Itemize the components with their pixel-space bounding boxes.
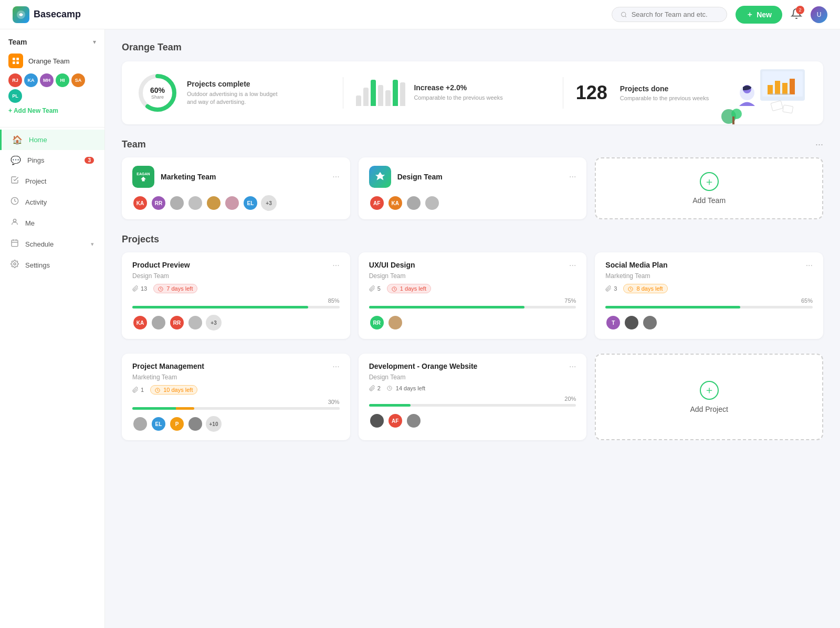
add-project-icon: ＋: [700, 381, 719, 400]
chevron-down-icon[interactable]: ▾: [93, 38, 96, 46]
team-card-design: Design Team ··· AF KA: [359, 157, 587, 219]
member-avatar: T: [605, 315, 621, 331]
project-more-dots-uxui[interactable]: ···: [569, 261, 576, 270]
clock-icon: [392, 286, 397, 292]
teams-more-dots[interactable]: ···: [815, 139, 823, 150]
svg-rect-5: [13, 61, 15, 64]
sidebar-item-settings[interactable]: Settings: [0, 254, 104, 275]
member-avatar: AF: [369, 195, 385, 211]
sidebar-team-orange[interactable]: Orange Team: [8, 50, 96, 71]
projects-title: Projects: [122, 234, 159, 245]
bar-2: [363, 88, 369, 106]
project-card-social: Social Media Plan ··· Marketing Team 3 8…: [595, 252, 823, 339]
member-avatar: [406, 195, 422, 211]
project-more-dots[interactable]: ···: [332, 261, 339, 270]
member-avatar: EL: [151, 416, 166, 432]
bar-5: [385, 90, 391, 106]
member-avatar: [369, 413, 385, 429]
sidebar-team-name: Orange Team: [28, 57, 70, 65]
projects-section-header: Projects: [122, 234, 823, 245]
sidebar-item-schedule[interactable]: Schedule ▾: [0, 233, 104, 254]
team-color-square: [8, 54, 23, 68]
team-section: Team ▾ Orange Team RJ KA MH HI SA PL + A…: [0, 38, 104, 125]
search-input[interactable]: [632, 10, 719, 18]
team-card-info-design: Design Team: [369, 166, 443, 188]
add-team-card[interactable]: ＋ Add Team: [595, 157, 823, 219]
member-avatar: RR: [169, 315, 185, 331]
me-icon: [10, 218, 19, 228]
chevron-down-icon: ▾: [91, 241, 94, 248]
team-avatar: SA: [71, 73, 85, 87]
project-more-dots-dev[interactable]: ···: [569, 362, 576, 371]
team-avatars: RJ KA MH HI SA PL: [8, 71, 96, 105]
home-icon: 🏠: [12, 135, 23, 145]
logo-area: Basecamp: [13, 6, 81, 23]
stat-block-donut: 60% Share Projects complete Outdoor adve…: [136, 72, 330, 114]
design-logo-icon: [374, 171, 386, 183]
mini-bar-chart: [356, 80, 405, 106]
project-members-uxui: RR: [369, 315, 576, 331]
project-card-uxui: UX/UI Design ··· Design Team 5 1 days le…: [359, 252, 587, 339]
topnav: Basecamp ＋ New 2 U: [0, 0, 840, 29]
sidebar-item-me[interactable]: Me: [0, 212, 104, 233]
svg-point-1: [622, 12, 626, 16]
add-project-card[interactable]: ＋ Add Project: [595, 354, 823, 440]
member-avatar: KA: [387, 195, 403, 211]
project-card-header-dev: Development - Orange Website ···: [369, 362, 576, 371]
sidebar-item-activity[interactable]: Activity: [0, 191, 104, 212]
member-avatar: [642, 315, 658, 331]
donut-center: 60% Share: [150, 86, 165, 100]
sidebar-item-home[interactable]: 🏠 Home: [0, 130, 104, 150]
stat-text-increase: Increase +2.0% Comparable to the previou…: [414, 83, 502, 102]
sidebar-item-project[interactable]: Project: [0, 171, 104, 191]
attachment-count-uxui: 5: [369, 285, 381, 292]
svg-point-8: [13, 219, 16, 222]
member-avatar: [624, 315, 639, 331]
attachment-icon: [132, 387, 139, 393]
project-card-header-social: Social Media Plan ···: [605, 261, 813, 270]
deadline-badge-uxui: 1 days left: [387, 284, 431, 293]
stat-big-text: Projects done Comparable to the previous…: [620, 84, 709, 101]
project-more-dots-social[interactable]: ···: [806, 261, 813, 270]
project-more-dots-mgmt[interactable]: ···: [332, 362, 339, 371]
clock-icon: [628, 286, 633, 292]
team-avatar: HI: [56, 73, 69, 87]
stat-divider: [343, 77, 343, 109]
attachment-count-social: 3: [605, 285, 617, 292]
project-members-dev: AF: [369, 413, 576, 429]
svg-rect-4: [16, 58, 19, 60]
user-avatar[interactable]: U: [811, 6, 827, 23]
app-name: Basecamp: [34, 9, 81, 20]
logo-tree-icon: [139, 176, 148, 182]
pings-icon: 💬: [10, 155, 21, 165]
project-card-product-preview: Product Preview ··· Design Team 13 7 day…: [122, 252, 350, 339]
svg-rect-6: [16, 61, 19, 64]
orange-team-title: Orange Team: [122, 42, 823, 53]
attachment-count-dev: 2: [369, 385, 381, 391]
pings-badge: 3: [85, 157, 94, 164]
notification-icon[interactable]: 2: [791, 8, 802, 22]
member-avatar: [187, 195, 203, 211]
svg-point-25: [721, 109, 736, 124]
add-team-link[interactable]: + Add New Team: [8, 105, 96, 121]
search-bar[interactable]: [612, 7, 727, 22]
team-more-dots-design[interactable]: ···: [569, 172, 576, 182]
team-more-dots[interactable]: ···: [332, 172, 339, 182]
projects-row-1: Product Preview ··· Design Team 13 7 day…: [122, 252, 823, 339]
add-team-icon: ＋: [700, 172, 719, 191]
sidebar-item-pings[interactable]: 💬 Pings 3: [0, 150, 104, 171]
svg-rect-9: [12, 240, 18, 247]
team-card-header-design: Design Team ···: [369, 166, 576, 188]
project-meta: 13 7 days left: [132, 284, 340, 293]
more-count: +3: [261, 195, 277, 211]
svg-rect-3: [13, 58, 15, 60]
bar-6: [393, 80, 398, 106]
new-button[interactable]: ＋ New: [736, 6, 782, 24]
clock-icon: [158, 286, 163, 292]
attachment-icon: [369, 285, 375, 292]
activity-icon: [10, 197, 19, 207]
project-members: KA RR +3: [132, 315, 340, 331]
teams-title: Team: [122, 139, 146, 150]
bar-7: [400, 82, 405, 106]
project-card-header-uxui: UX/UI Design ···: [369, 261, 576, 270]
